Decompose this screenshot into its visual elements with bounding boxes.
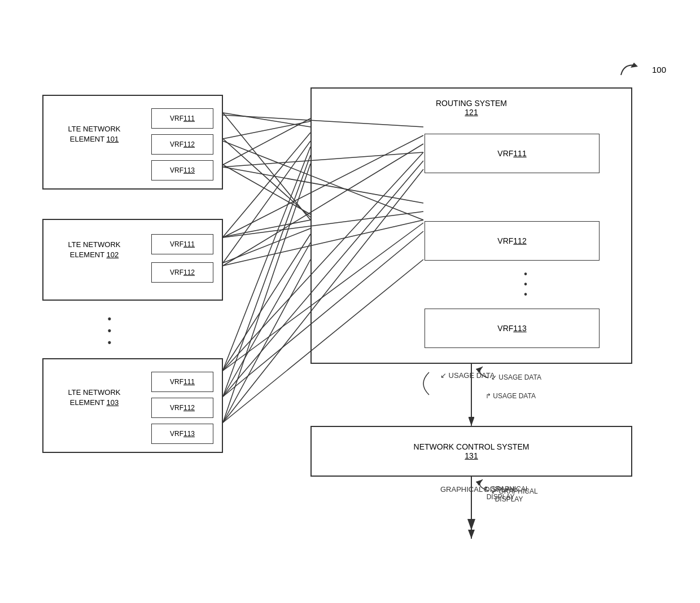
lte103-vrf111: VRF 111 bbox=[151, 372, 213, 392]
usage-data-annotation: ↙ USAGE DATA bbox=[491, 373, 541, 381]
routing-vrf112: VRF 112 bbox=[425, 221, 600, 261]
lte-102-label: LTE NETWORKELEMENT 102 bbox=[55, 240, 134, 260]
lte102-vrf111: VRF 111 bbox=[151, 234, 213, 254]
ncs-title: NETWORK CONTROL SYSTEM131 bbox=[414, 442, 530, 460]
usage-data-label: ↙ USAGE DATA bbox=[440, 371, 495, 380]
lte101-vrf112: VRF 112 bbox=[151, 134, 213, 155]
lte103-vrf112: VRF 112 bbox=[151, 398, 213, 418]
lte-element-102: LTE NETWORKELEMENT 102 VRF 111 VRF 112 bbox=[42, 219, 223, 301]
ref-arrow-icon bbox=[618, 61, 641, 80]
lte101-vrf113: VRF 113 bbox=[151, 160, 213, 181]
usage-data-text: ↱ USAGE DATA bbox=[485, 392, 536, 400]
ref-100-label: 100 bbox=[652, 65, 666, 74]
lte-element-103: LTE NETWORKELEMENT 103 VRF 111 VRF 112 V… bbox=[42, 358, 223, 453]
diagram-container: 100 LTE NETWORKELEMENT 101 VRF 111 VRF 1… bbox=[0, 0, 700, 603]
lte-dots: ••• bbox=[88, 313, 133, 349]
lte-element-101: LTE NETWORKELEMENT 101 VRF 111 VRF 112 V… bbox=[42, 95, 223, 190]
routing-system-box: ROUTING SYSTEM121 VRF 111 VRF 112 ••• VR… bbox=[310, 87, 632, 364]
graphical-display-annotation: ↙ GRAPHICAL DISPLAY bbox=[491, 487, 538, 503]
lte101-vrf111: VRF 111 bbox=[151, 108, 213, 129]
routing-dots: ••• bbox=[504, 269, 549, 300]
lte102-vrf112: VRF 112 bbox=[151, 262, 213, 283]
routing-vrf111: VRF 111 bbox=[425, 134, 600, 173]
lte-103-label: LTE NETWORKELEMENT 103 bbox=[55, 388, 134, 408]
lte103-vrf113: VRF 113 bbox=[151, 424, 213, 444]
lte-101-label: LTE NETWORKELEMENT 101 bbox=[55, 124, 134, 144]
routing-vrf113: VRF 113 bbox=[425, 309, 600, 348]
routing-system-title: ROUTING SYSTEM121 bbox=[312, 99, 631, 117]
network-control-system-box: NETWORK CONTROL SYSTEM131 bbox=[310, 426, 632, 477]
